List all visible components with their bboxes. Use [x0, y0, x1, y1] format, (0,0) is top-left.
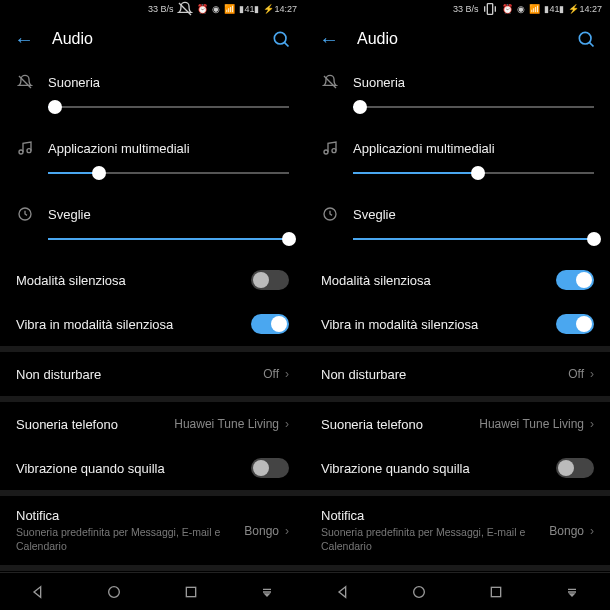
status-bar: 33 B/s ⏰ ◉ 📶 ▮41▮ ⚡14:27	[305, 0, 610, 18]
battery-icon: ▮41▮	[544, 4, 564, 14]
slider-track-alarm[interactable]	[48, 228, 289, 250]
battery-icon: ▮41▮	[239, 4, 259, 14]
wifi-icon: ◉	[517, 4, 525, 14]
slider-track-ring[interactable]	[353, 96, 594, 118]
row-histen: Effetti audio Histen Huawei Disponibile …	[0, 571, 305, 572]
slider-ring: Suoneria	[305, 60, 610, 126]
chevron-right-icon: ›	[285, 367, 289, 381]
row-silent-mode: Modalità silenziosa	[305, 258, 610, 302]
wifi-icon: ◉	[212, 4, 220, 14]
slider-label: Applicazioni multimediali	[48, 141, 190, 156]
toggle-vibrate-silent[interactable]	[556, 314, 594, 334]
slider-track-media[interactable]	[48, 162, 289, 184]
nav-home-icon[interactable]	[106, 584, 122, 600]
row-dnd[interactable]: Non disturbare Off ›	[305, 352, 610, 396]
slider-ring: Suoneria	[0, 60, 305, 126]
row-notification[interactable]: Notifica Suoneria predefinita per Messag…	[0, 496, 305, 565]
svg-point-10	[579, 32, 591, 44]
row-notification[interactable]: Notifica Suoneria predefinita per Messag…	[305, 496, 610, 565]
row-histen: Effetti audio Histen Huawei Disponibile …	[305, 571, 610, 572]
slider-media: Applicazioni multimediali	[305, 126, 610, 192]
slider-label: Sveglie	[353, 207, 396, 222]
row-vibrate-silent: Vibra in modalità silenziosa	[0, 302, 305, 346]
svg-point-16	[414, 586, 425, 597]
toggle-vibrate-ring[interactable]	[556, 458, 594, 478]
nav-back-icon[interactable]	[335, 584, 351, 600]
signal-icon: 📶	[224, 4, 235, 14]
music-icon	[16, 140, 34, 156]
search-icon[interactable]	[271, 29, 291, 49]
row-vibrate-ring: Vibrazione quando squilla	[305, 446, 610, 490]
row-vibrate-ring: Vibrazione quando squilla	[0, 446, 305, 490]
header: ← Audio	[305, 18, 610, 60]
nav-back-icon[interactable]	[30, 584, 46, 600]
search-icon[interactable]	[576, 29, 596, 49]
chevron-right-icon: ›	[590, 367, 594, 381]
nav-bar	[0, 572, 305, 610]
svg-point-1	[274, 32, 286, 44]
nav-recent-icon[interactable]	[183, 584, 199, 600]
toggle-vibrate-ring[interactable]	[251, 458, 289, 478]
chevron-right-icon: ›	[590, 417, 594, 431]
nav-recent-icon[interactable]	[488, 584, 504, 600]
slider-label: Suoneria	[353, 75, 405, 90]
svg-point-4	[19, 150, 23, 154]
svg-line-11	[589, 42, 593, 46]
chevron-right-icon: ›	[590, 524, 594, 538]
row-dnd[interactable]: Non disturbare Off ›	[0, 352, 305, 396]
row-silent-mode: Modalità silenziosa	[0, 258, 305, 302]
nav-bar	[305, 572, 610, 610]
svg-point-7	[109, 586, 120, 597]
status-bar: 33 B/s ⏰ ◉ 📶 ▮41▮ ⚡14:27	[0, 0, 305, 18]
bell-off-icon	[177, 1, 193, 17]
slider-media: Applicazioni multimediali	[0, 126, 305, 192]
slider-alarm: Sveglie	[305, 192, 610, 258]
clock-icon	[16, 206, 34, 222]
vibrate-icon	[482, 1, 498, 17]
row-ringtone[interactable]: Suoneria telefono Huawei Tune Living ›	[0, 402, 305, 446]
chevron-right-icon: ›	[285, 417, 289, 431]
toggle-silent[interactable]	[251, 270, 289, 290]
svg-rect-8	[186, 587, 195, 596]
music-icon	[321, 140, 339, 156]
clock-icon	[321, 206, 339, 222]
slider-alarm: Sveglie	[0, 192, 305, 258]
alarm-icon: ⏰	[197, 4, 208, 14]
slider-label: Applicazioni multimediali	[353, 141, 495, 156]
nav-dropdown-icon[interactable]	[259, 584, 275, 600]
toggle-silent[interactable]	[556, 270, 594, 290]
row-vibrate-silent: Vibra in modalità silenziosa	[305, 302, 610, 346]
svg-point-5	[27, 149, 31, 153]
chevron-right-icon: ›	[285, 524, 289, 538]
slider-track-ring[interactable]	[48, 96, 289, 118]
svg-rect-17	[491, 587, 500, 596]
row-ringtone[interactable]: Suoneria telefono Huawei Tune Living ›	[305, 402, 610, 446]
alarm-icon: ⏰	[502, 4, 513, 14]
svg-line-2	[284, 42, 288, 46]
bell-off-icon	[16, 74, 34, 90]
page-title: Audio	[52, 30, 253, 48]
nav-home-icon[interactable]	[411, 584, 427, 600]
back-button[interactable]: ←	[319, 28, 339, 51]
toggle-vibrate-silent[interactable]	[251, 314, 289, 334]
slider-label: Suoneria	[48, 75, 100, 90]
page-title: Audio	[357, 30, 558, 48]
slider-track-media[interactable]	[353, 162, 594, 184]
svg-point-14	[332, 149, 336, 153]
svg-point-13	[324, 150, 328, 154]
signal-icon: 📶	[529, 4, 540, 14]
bell-off-icon	[321, 74, 339, 90]
slider-label: Sveglie	[48, 207, 91, 222]
back-button[interactable]: ←	[14, 28, 34, 51]
svg-rect-9	[488, 4, 493, 15]
header: ← Audio	[0, 18, 305, 60]
slider-track-alarm[interactable]	[353, 228, 594, 250]
nav-dropdown-icon[interactable]	[564, 584, 580, 600]
